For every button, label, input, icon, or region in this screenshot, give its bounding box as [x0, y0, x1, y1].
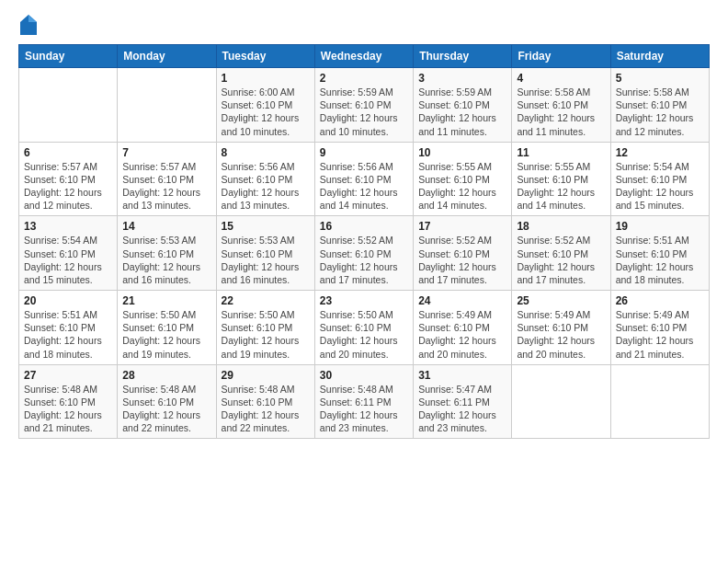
calendar-cell: 7Sunrise: 5:57 AMSunset: 6:10 PMDaylight… — [118, 142, 216, 216]
day-number: 6 — [24, 146, 112, 159]
calendar-cell: 28Sunrise: 5:48 AMSunset: 6:10 PMDayligh… — [118, 364, 216, 439]
day-number: 10 — [418, 146, 506, 159]
day-number: 18 — [517, 220, 605, 233]
logo-icon — [20, 15, 37, 35]
day-info: Sunrise: 5:58 AMSunset: 6:10 PMDaylight:… — [517, 86, 605, 138]
day-info: Sunrise: 5:55 AMSunset: 6:10 PMDaylight:… — [517, 160, 605, 213]
day-info: Sunrise: 6:00 AMSunset: 6:10 PMDaylight:… — [222, 86, 310, 138]
calendar-cell: 26Sunrise: 5:49 AMSunset: 6:10 PMDayligh… — [610, 291, 709, 365]
page-header — [18, 15, 710, 35]
day-number: 9 — [320, 146, 408, 159]
day-info: Sunrise: 5:51 AMSunset: 6:10 PMDaylight:… — [616, 234, 704, 286]
calendar-cell: 2Sunrise: 5:59 AMSunset: 6:10 PMDaylight… — [314, 68, 413, 143]
day-info: Sunrise: 5:50 AMSunset: 6:10 PMDaylight:… — [222, 308, 310, 361]
day-info: Sunrise: 5:49 AMSunset: 6:10 PMDaylight:… — [616, 308, 704, 361]
calendar-cell — [19, 68, 118, 143]
calendar-week-4: 20Sunrise: 5:51 AMSunset: 6:10 PMDayligh… — [19, 291, 710, 365]
day-number: 26 — [616, 294, 704, 307]
calendar-cell: 14Sunrise: 5:53 AMSunset: 6:10 PMDayligh… — [118, 216, 216, 291]
day-number: 21 — [122, 294, 210, 307]
calendar-cell: 3Sunrise: 5:59 AMSunset: 6:10 PMDaylight… — [414, 68, 512, 143]
day-number: 24 — [418, 294, 506, 307]
day-number: 12 — [616, 146, 704, 159]
svg-marker-1 — [28, 15, 37, 22]
day-number: 29 — [222, 369, 310, 382]
calendar-cell: 8Sunrise: 5:56 AMSunset: 6:10 PMDaylight… — [216, 142, 314, 216]
calendar-cell: 20Sunrise: 5:51 AMSunset: 6:10 PMDayligh… — [19, 291, 118, 365]
calendar-cell: 27Sunrise: 5:48 AMSunset: 6:10 PMDayligh… — [19, 364, 118, 439]
calendar-cell: 16Sunrise: 5:52 AMSunset: 6:10 PMDayligh… — [314, 216, 413, 291]
day-number: 19 — [616, 220, 704, 233]
day-number: 2 — [320, 72, 408, 85]
calendar-cell: 29Sunrise: 5:48 AMSunset: 6:10 PMDayligh… — [216, 364, 314, 439]
day-header-wednesday: Wednesday — [314, 45, 413, 68]
day-number: 31 — [418, 369, 506, 382]
day-number: 15 — [222, 220, 310, 233]
day-number: 27 — [24, 369, 112, 382]
day-info: Sunrise: 5:54 AMSunset: 6:10 PMDaylight:… — [24, 234, 112, 286]
day-info: Sunrise: 5:48 AMSunset: 6:10 PMDaylight:… — [222, 383, 310, 435]
calendar-table: SundayMondayTuesdayWednesdayThursdayFrid… — [18, 44, 710, 439]
calendar-cell — [118, 68, 216, 143]
day-info: Sunrise: 5:55 AMSunset: 6:10 PMDaylight:… — [418, 160, 506, 213]
page-container: SundayMondayTuesdayWednesdayThursdayFrid… — [0, 0, 728, 448]
day-number: 20 — [24, 294, 112, 307]
day-number: 8 — [222, 146, 310, 159]
day-info: Sunrise: 5:52 AMSunset: 6:10 PMDaylight:… — [517, 234, 605, 286]
calendar-cell: 23Sunrise: 5:50 AMSunset: 6:10 PMDayligh… — [314, 291, 413, 365]
calendar-header-row: SundayMondayTuesdayWednesdayThursdayFrid… — [19, 45, 710, 68]
calendar-cell: 13Sunrise: 5:54 AMSunset: 6:10 PMDayligh… — [19, 216, 118, 291]
day-number: 3 — [418, 72, 506, 85]
calendar-cell: 1Sunrise: 6:00 AMSunset: 6:10 PMDaylight… — [216, 68, 314, 143]
day-header-sunday: Sunday — [19, 45, 118, 68]
calendar-cell — [610, 364, 709, 439]
day-header-saturday: Saturday — [610, 45, 709, 68]
day-header-friday: Friday — [512, 45, 610, 68]
day-header-thursday: Thursday — [414, 45, 512, 68]
day-info: Sunrise: 5:56 AMSunset: 6:10 PMDaylight:… — [222, 160, 310, 213]
day-info: Sunrise: 5:53 AMSunset: 6:10 PMDaylight:… — [222, 234, 310, 286]
calendar-cell: 25Sunrise: 5:49 AMSunset: 6:10 PMDayligh… — [512, 291, 610, 365]
calendar-cell: 9Sunrise: 5:56 AMSunset: 6:10 PMDaylight… — [314, 142, 413, 216]
calendar-cell: 11Sunrise: 5:55 AMSunset: 6:10 PMDayligh… — [512, 142, 610, 216]
day-number: 30 — [320, 369, 408, 382]
day-number: 13 — [24, 220, 112, 233]
day-number: 28 — [122, 369, 210, 382]
day-number: 1 — [222, 72, 310, 85]
calendar-week-1: 1Sunrise: 6:00 AMSunset: 6:10 PMDaylight… — [19, 68, 710, 143]
day-info: Sunrise: 5:47 AMSunset: 6:11 PMDaylight:… — [418, 383, 506, 435]
day-info: Sunrise: 5:57 AMSunset: 6:10 PMDaylight:… — [122, 160, 210, 213]
calendar-cell: 15Sunrise: 5:53 AMSunset: 6:10 PMDayligh… — [216, 216, 314, 291]
day-number: 22 — [222, 294, 310, 307]
day-info: Sunrise: 5:56 AMSunset: 6:10 PMDaylight:… — [320, 160, 408, 213]
day-number: 14 — [122, 220, 210, 233]
calendar-cell: 19Sunrise: 5:51 AMSunset: 6:10 PMDayligh… — [610, 216, 709, 291]
day-number: 11 — [517, 146, 605, 159]
day-info: Sunrise: 5:48 AMSunset: 6:10 PMDaylight:… — [122, 383, 210, 435]
day-info: Sunrise: 5:54 AMSunset: 6:10 PMDaylight:… — [616, 160, 704, 213]
day-info: Sunrise: 5:58 AMSunset: 6:10 PMDaylight:… — [616, 86, 704, 138]
day-info: Sunrise: 5:48 AMSunset: 6:10 PMDaylight:… — [24, 383, 112, 435]
calendar-cell: 4Sunrise: 5:58 AMSunset: 6:10 PMDaylight… — [512, 68, 610, 143]
calendar-cell: 21Sunrise: 5:50 AMSunset: 6:10 PMDayligh… — [118, 291, 216, 365]
day-header-monday: Monday — [118, 45, 216, 68]
day-number: 17 — [418, 220, 506, 233]
calendar-cell — [512, 364, 610, 439]
calendar-cell: 30Sunrise: 5:48 AMSunset: 6:11 PMDayligh… — [314, 364, 413, 439]
day-info: Sunrise: 5:50 AMSunset: 6:10 PMDaylight:… — [122, 308, 210, 361]
day-info: Sunrise: 5:49 AMSunset: 6:10 PMDaylight:… — [418, 308, 506, 361]
calendar-week-5: 27Sunrise: 5:48 AMSunset: 6:10 PMDayligh… — [19, 364, 710, 439]
calendar-week-3: 13Sunrise: 5:54 AMSunset: 6:10 PMDayligh… — [19, 216, 710, 291]
calendar-week-2: 6Sunrise: 5:57 AMSunset: 6:10 PMDaylight… — [19, 142, 710, 216]
day-info: Sunrise: 5:53 AMSunset: 6:10 PMDaylight:… — [122, 234, 210, 286]
day-number: 16 — [320, 220, 408, 233]
day-info: Sunrise: 5:52 AMSunset: 6:10 PMDaylight:… — [320, 234, 408, 286]
calendar-cell: 22Sunrise: 5:50 AMSunset: 6:10 PMDayligh… — [216, 291, 314, 365]
calendar-cell: 18Sunrise: 5:52 AMSunset: 6:10 PMDayligh… — [512, 216, 610, 291]
day-info: Sunrise: 5:51 AMSunset: 6:10 PMDaylight:… — [24, 308, 112, 361]
calendar-cell: 5Sunrise: 5:58 AMSunset: 6:10 PMDaylight… — [610, 68, 709, 143]
day-number: 25 — [517, 294, 605, 307]
day-info: Sunrise: 5:59 AMSunset: 6:10 PMDaylight:… — [320, 86, 408, 138]
calendar-cell: 6Sunrise: 5:57 AMSunset: 6:10 PMDaylight… — [19, 142, 118, 216]
day-info: Sunrise: 5:48 AMSunset: 6:11 PMDaylight:… — [320, 383, 408, 435]
